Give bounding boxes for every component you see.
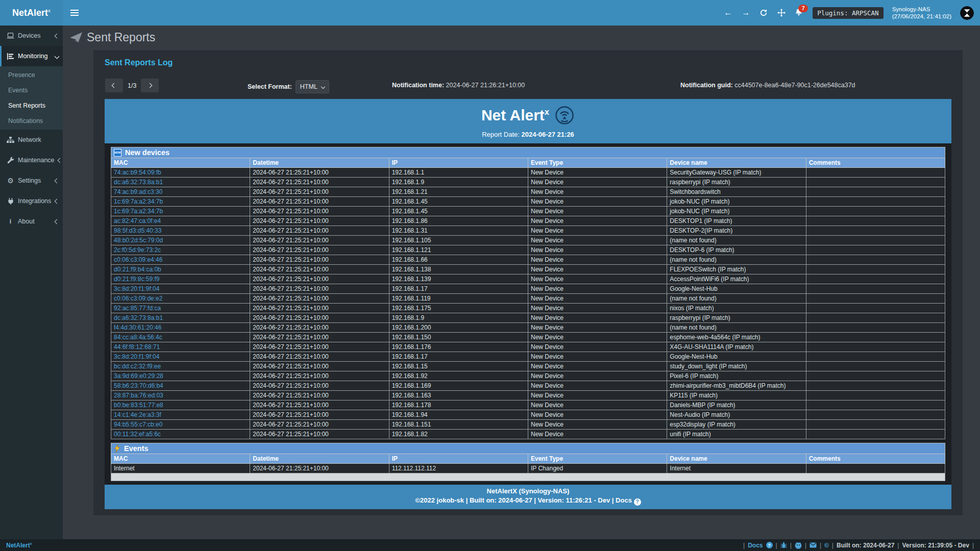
mac-link[interactable]: ac:82:47:ca:0f:e4 (114, 217, 161, 224)
monitoring-submenu: Presence Events Sent Reports Notificatio… (0, 66, 63, 130)
statusbar-right: | Docs ? | | | | © | Built on: 2024-06-2… (743, 542, 974, 549)
nav-back-icon[interactable]: ← (723, 8, 732, 17)
mac-link[interactable]: bc:dd:c2:32:f9:ee (114, 363, 161, 370)
statusbar-brand[interactable]: NetAlertx (6, 542, 32, 549)
bug-report-icon[interactable] (780, 542, 787, 548)
cell-ip: 192.168.1.119 (389, 294, 528, 304)
brand-logo[interactable]: NetAlertx (0, 0, 63, 26)
cell-ip: 192.168.1.163 (389, 391, 528, 400)
table-row: bc:dd:c2:32:f9:ee2024-06-27 21:25:21+10:… (111, 362, 945, 371)
cell-comments (806, 391, 945, 400)
mac-link[interactable]: d0:21:f9:8c:59:f9 (114, 276, 159, 283)
table-row: 74:ac:b9:ad:c3:302024-06-27 21:25:21+10:… (111, 187, 945, 197)
sidebar-item-about[interactable]: i About (0, 211, 63, 232)
cell-ip: 192.168.1.200 (389, 323, 528, 333)
next-page-button[interactable] (141, 79, 159, 92)
cell-ip: 192.168.1.17 (389, 352, 528, 362)
sidebar-toggle-button[interactable] (63, 0, 86, 26)
docs-question-icon[interactable]: ? (634, 498, 641, 506)
mac-link[interactable]: b0:be:83:51:77:e8 (114, 402, 163, 409)
laptop-icon (7, 32, 14, 39)
table-row: 74:ac:b9:54:09:fb2024-06-27 21:25:21+10:… (111, 168, 945, 178)
chevron-down-icon (55, 54, 60, 59)
mac-link[interactable]: 84:cc:a8:4a:56:4c (114, 334, 162, 341)
column-header-datetime: Datetime (250, 158, 389, 168)
mail-icon[interactable] (810, 542, 817, 548)
box-title: Sent Reports Log (105, 58, 951, 67)
mac-link[interactable]: 98:5f:d3:d5:40:33 (114, 227, 161, 234)
mac-link[interactable]: 14:c1:4e:2e:a3:3f (114, 411, 161, 418)
mac-link[interactable]: 58:b6:23:70:d6:b4 (114, 382, 163, 389)
mac-link[interactable]: 74:ac:b9:ad:c3:30 (114, 188, 162, 195)
move-icon[interactable] (777, 8, 786, 17)
mac-link[interactable]: d0:21:f9:b4:ca:0b (114, 266, 161, 273)
cell-device-name: Google-Nest-Hub (667, 352, 806, 362)
cell-comments (806, 304, 945, 313)
cell-mac: dc:a6:32:73:8a:b1 (111, 313, 250, 323)
cell-mac: 44:6f:f8:12:68:71 (111, 342, 250, 352)
mac-link[interactable]: 3c:8d:20:f1:9f:04 (114, 285, 159, 292)
github-icon[interactable] (795, 542, 802, 549)
version-text: Version: 21:39:05 - Dev (902, 542, 969, 549)
column-header-mac: MAC (111, 454, 250, 464)
table-row: 58:b6:23:70:d6:b42024-06-27 21:25:21+10:… (111, 381, 945, 391)
mac-link[interactable]: 3c:8d:20:f1:9f:04 (114, 353, 159, 360)
mac-link[interactable]: dc:a6:32:73:8a:b1 (114, 179, 163, 186)
sidebar-item-monitoring[interactable]: Monitoring (0, 46, 63, 66)
cell-ip: 192.168.1.169 (389, 381, 528, 391)
copyright-icon[interactable]: © (824, 542, 829, 549)
cell-datetime: 2024-06-27 21:25:21+10:00 (250, 187, 389, 197)
mac-link[interactable]: c0:06:c3:09:de:e2 (114, 295, 162, 302)
sidebar-item-integrations[interactable]: Integrations (0, 191, 63, 211)
mac-link[interactable]: f4:4d:30:61:20:46 (114, 324, 161, 331)
mac-link[interactable]: 00:11:32:ef:a5:6c (114, 431, 161, 438)
sidebar-item-events[interactable]: Events (0, 83, 63, 98)
sidebar-item-network[interactable]: Network (0, 130, 63, 150)
mac-link[interactable]: dc:a6:32:73:8a:b1 (114, 314, 163, 321)
mac-link[interactable]: c0:06:c3:09:e4:46 (114, 256, 162, 263)
sidebar-item-presence[interactable]: Presence (0, 67, 63, 83)
nav-forward-icon[interactable]: → (741, 8, 750, 17)
docs-link[interactable]: Docs (748, 542, 763, 549)
mac-link[interactable]: 1c:69:7a:a2:34:7b (114, 198, 163, 205)
cell-event-type: New Device (528, 245, 667, 255)
sidebar-item-settings[interactable]: ⚙ Settings (0, 170, 63, 191)
notifications-bell-icon[interactable]: 7 (795, 8, 804, 17)
mac-link[interactable]: 3a:9d:69:e0:29:28 (114, 372, 163, 380)
plugins-status-chip[interactable]: Plugins: ARPSCAN (813, 7, 883, 19)
cell-event-type: New Device (528, 168, 667, 178)
sidebar-item-maintenance[interactable]: Maintenance (0, 150, 63, 170)
cell-comments (806, 333, 945, 342)
empty-row (111, 473, 945, 481)
sidebar-item-sent-reports[interactable]: Sent Reports (0, 98, 63, 113)
prev-page-button[interactable] (105, 79, 123, 92)
notification-count-badge: 7 (798, 5, 808, 12)
docs-question-icon[interactable]: ? (766, 542, 773, 548)
cell-comments (806, 342, 945, 352)
mac-link[interactable]: 44:6f:f8:12:68:71 (114, 343, 160, 350)
cell-datetime: 2024-06-27 21:25:21+10:00 (250, 371, 389, 381)
cell-mac: 92:ac:85:77:fd:ca (111, 304, 250, 313)
cell-device-name: Internet (667, 464, 806, 473)
mac-link[interactable]: 1c:69:7a:a2:34:7b (114, 208, 163, 215)
plug-icon (7, 197, 14, 205)
cell-datetime: 2024-06-27 21:25:21+10:00 (250, 255, 389, 265)
mac-link[interactable]: 48:b0:2d:5c:79:0d (114, 237, 163, 244)
user-avatar[interactable] (960, 6, 974, 20)
cell-event-type: New Device (528, 430, 667, 439)
mac-link[interactable]: 74:ac:b9:54:09:fb (114, 169, 161, 176)
format-select[interactable]: HTML (296, 80, 329, 93)
report-footer-meta: ©2022 jokob-sk | Built on: 2024-06-27 | … (105, 496, 951, 506)
refresh-icon[interactable] (759, 8, 768, 17)
sidebar-item-devices[interactable]: Devices (0, 26, 63, 46)
mac-link[interactable]: 94:b5:55:c7:cb:e0 (114, 421, 162, 428)
sidebar-item-notifications[interactable]: Notifications (0, 113, 63, 129)
mac-link[interactable]: 2c:f0:5d:9e:73:2c (114, 246, 161, 254)
notification-time-label: Notification time: (392, 82, 444, 89)
column-header-device-name: Device name (667, 454, 806, 464)
mac-link[interactable]: 28:87:ba:76:ed:03 (114, 392, 163, 399)
cell-datetime: 2024-06-27 21:25:21+10:00 (250, 313, 389, 323)
mac-link[interactable]: 92:ac:85:77:fd:ca (114, 305, 161, 312)
cell-ip: 192.168.1.66 (389, 255, 528, 265)
notification-guid: Notification guid: cc44507e-8ea6-48e7-90… (680, 82, 855, 89)
